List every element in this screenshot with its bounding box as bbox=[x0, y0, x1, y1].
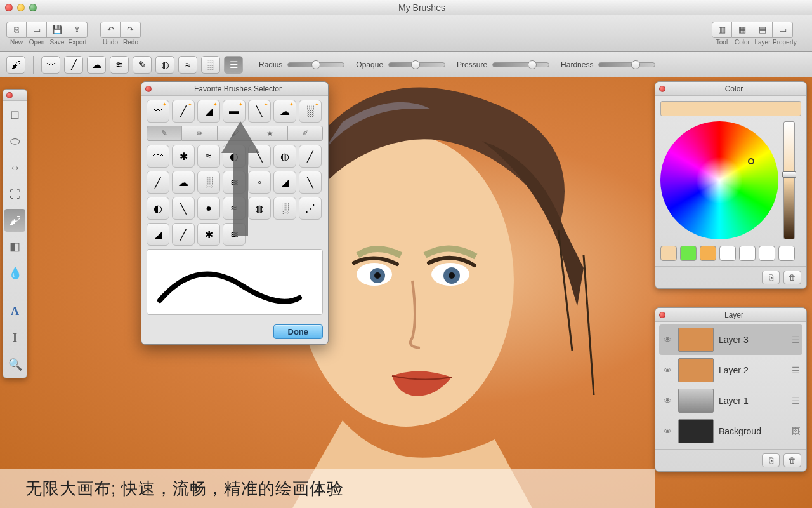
fav-brush[interactable]: ☁✦ bbox=[273, 100, 296, 123]
done-button[interactable]: Done bbox=[273, 324, 324, 339]
fav-brush[interactable]: ╲✦ bbox=[248, 100, 271, 123]
brush-item[interactable]: ☁ bbox=[172, 171, 195, 194]
color-swatch[interactable] bbox=[660, 246, 677, 261]
fav-brush-7[interactable]: ≈ bbox=[178, 56, 197, 74]
redo-button[interactable]: ↷ bbox=[121, 22, 141, 38]
visibility-icon[interactable]: 👁 bbox=[662, 366, 673, 375]
fav-brush-1[interactable]: 〰 bbox=[41, 56, 60, 74]
add-layer-button[interactable]: ⎘ bbox=[762, 453, 780, 467]
marquee-tool[interactable]: ◻ bbox=[3, 101, 27, 128]
layer-menu-icon[interactable]: ☰ bbox=[792, 365, 800, 375]
color-panel-header[interactable]: Color bbox=[655, 82, 806, 96]
fav-brush[interactable]: ╱✦ bbox=[172, 100, 195, 123]
fav-brush-2[interactable]: ╱ bbox=[64, 56, 83, 74]
brush-item[interactable]: ✱ bbox=[172, 145, 195, 168]
tab-marker[interactable]: ✐ bbox=[288, 126, 323, 141]
brush-item[interactable]: ░ bbox=[197, 171, 220, 194]
color-wheel[interactable] bbox=[660, 121, 778, 239]
text-cursor-tool[interactable]: I bbox=[3, 324, 27, 351]
fav-brush[interactable]: ▬✦ bbox=[223, 100, 246, 123]
property-panel-button[interactable]: ▭ bbox=[773, 22, 793, 38]
brush-item[interactable]: ● bbox=[197, 197, 220, 220]
new-button[interactable]: ⎘ bbox=[6, 22, 27, 38]
brush-item[interactable]: ╱ bbox=[299, 145, 322, 168]
brush-item[interactable]: ≈ bbox=[197, 145, 220, 168]
fav-brush-5[interactable]: ✎ bbox=[133, 56, 152, 74]
popup-header[interactable]: Favorite Brushes Selector bbox=[141, 82, 328, 96]
visibility-icon[interactable]: 👁 bbox=[662, 335, 673, 345]
color-panel-button[interactable]: ▦ bbox=[732, 22, 752, 38]
layer-menu-icon[interactable]: ☰ bbox=[792, 396, 800, 406]
brush-item[interactable]: ◐ bbox=[223, 145, 246, 168]
brush-item[interactable]: ╲ bbox=[299, 171, 322, 194]
zoom-window-button[interactable] bbox=[29, 4, 37, 11]
brush-item[interactable]: ◢ bbox=[147, 223, 169, 246]
tab-pencil[interactable]: ✎ bbox=[147, 126, 182, 141]
tab-brush[interactable]: 🖌 bbox=[218, 126, 252, 141]
brush-item[interactable]: ≋ bbox=[223, 223, 246, 246]
brush-item[interactable]: ╲ bbox=[172, 197, 195, 220]
brush-item[interactable]: ╲ bbox=[248, 145, 271, 168]
color-swatch[interactable] bbox=[778, 246, 795, 261]
brush-item[interactable]: ╱ bbox=[172, 223, 195, 246]
brush-item[interactable]: 〰 bbox=[147, 145, 169, 168]
hardness-slider[interactable] bbox=[598, 62, 655, 67]
delete-swatch-button[interactable]: 🗑 bbox=[783, 271, 801, 284]
fav-brush[interactable]: ░✦ bbox=[299, 100, 322, 123]
visibility-icon[interactable]: 👁 bbox=[662, 396, 673, 406]
brush-item[interactable]: ◦ bbox=[248, 171, 271, 194]
brush-item[interactable]: ⋰ bbox=[299, 197, 322, 220]
fav-brush-6[interactable]: ◍ bbox=[155, 56, 174, 74]
move-tool[interactable]: ↔ bbox=[3, 154, 27, 181]
export-button[interactable]: ⇪ bbox=[67, 22, 88, 38]
save-button[interactable]: 💾 bbox=[47, 22, 67, 38]
layer-row[interactable]: 👁 Layer 1 ☰ bbox=[659, 385, 802, 416]
add-swatch-button[interactable]: ⎘ bbox=[762, 271, 780, 284]
color-swatch[interactable] bbox=[759, 246, 775, 261]
layer-menu-icon[interactable]: ☰ bbox=[792, 335, 800, 345]
color-swatch[interactable] bbox=[700, 246, 716, 261]
visibility-icon[interactable]: 👁 bbox=[662, 427, 673, 436]
delete-layer-button[interactable]: 🗑 bbox=[783, 453, 801, 467]
close-icon[interactable] bbox=[659, 312, 665, 318]
brush-item[interactable]: ◍ bbox=[273, 145, 296, 168]
brush-item[interactable]: ≈ bbox=[223, 197, 246, 220]
zoom-tool[interactable]: 🔍 bbox=[3, 351, 27, 378]
wheel-picker-icon[interactable] bbox=[748, 158, 754, 164]
brush-tool[interactable]: 🖌 bbox=[4, 209, 25, 232]
brush-item[interactable]: ≋ bbox=[223, 171, 246, 194]
open-button[interactable]: ▭ bbox=[27, 22, 47, 38]
tab-pen[interactable]: ✏ bbox=[182, 126, 217, 141]
color-swatch[interactable] bbox=[719, 246, 736, 261]
text-tool[interactable]: A bbox=[3, 298, 27, 324]
current-color-swatch[interactable] bbox=[660, 101, 801, 116]
image-icon[interactable]: 🖼 bbox=[791, 426, 800, 436]
layer-panel-header[interactable]: Layer bbox=[655, 308, 806, 322]
color-swatch[interactable] bbox=[739, 246, 756, 261]
close-window-button[interactable] bbox=[5, 4, 13, 11]
layer-row[interactable]: 👁 Layer 2 ☰ bbox=[659, 355, 802, 385]
value-thumb[interactable] bbox=[782, 171, 796, 178]
tools-panel-header[interactable] bbox=[3, 90, 27, 101]
fav-brush-4[interactable]: ≋ bbox=[110, 56, 129, 74]
brush-item[interactable]: ◐ bbox=[147, 197, 169, 220]
tool-panel-button[interactable]: ▥ bbox=[712, 22, 732, 38]
lasso-tool[interactable]: ⬭ bbox=[3, 128, 27, 154]
eyedropper-tool[interactable]: 💧 bbox=[3, 260, 27, 286]
brush-item[interactable]: ◍ bbox=[248, 197, 271, 220]
fav-brush[interactable]: 〰✦ bbox=[147, 100, 169, 123]
minimize-window-button[interactable] bbox=[17, 4, 25, 11]
value-slider[interactable] bbox=[783, 121, 795, 239]
undo-button[interactable]: ↶ bbox=[100, 22, 121, 38]
fav-brush-3[interactable]: ☁ bbox=[87, 56, 106, 74]
close-icon[interactable] bbox=[6, 92, 13, 98]
layer-row[interactable]: 👁 Backgroud 🖼 bbox=[659, 416, 802, 446]
brush-item[interactable]: ✱ bbox=[197, 223, 220, 246]
eraser-tool[interactable]: ◧ bbox=[3, 233, 27, 260]
close-icon[interactable] bbox=[659, 86, 665, 92]
layer-row[interactable]: 👁 Layer 3 ☰ bbox=[659, 324, 802, 355]
brush-item[interactable]: ░ bbox=[273, 197, 296, 220]
transform-tool[interactable]: ⛶ bbox=[3, 181, 27, 208]
close-icon[interactable] bbox=[145, 86, 152, 92]
brush-item[interactable]: ◢ bbox=[273, 171, 296, 194]
